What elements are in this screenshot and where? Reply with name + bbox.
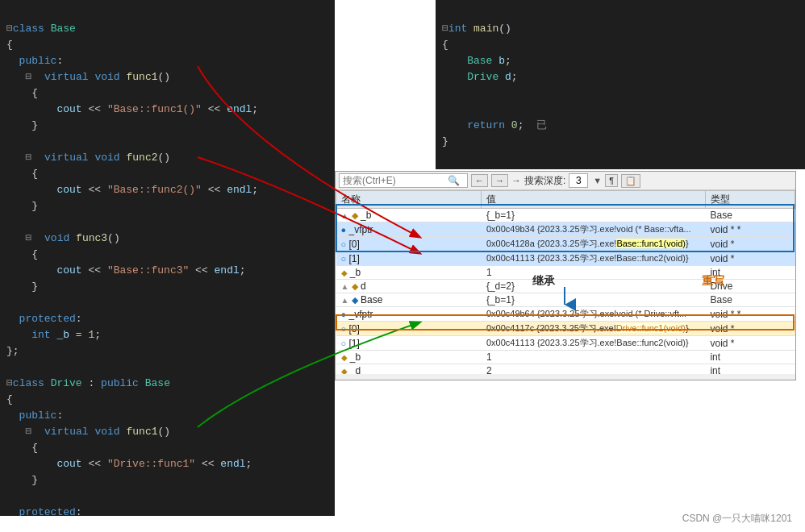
debug-table-container[interactable]: 名称 值 类型 ▲ ◆ _b {_b=1} Base <box>336 190 795 374</box>
table-row[interactable]: ● _vfptr 0x00c49b64 {2023.3.25学习.exe!voi… <box>336 307 795 322</box>
annotation-override: 重写 <box>702 274 724 289</box>
left-code-panel: ⊟class Base { public: ⊟ virtual void fun… <box>0 0 335 516</box>
fold-func3[interactable]: ⊟ <box>26 232 32 244</box>
debug-btn2[interactable]: 📋 <box>621 174 640 188</box>
table-row[interactable]: ○ [1] 0x00c41113 {2023.3.25学习.exe!Base::… <box>336 251 795 266</box>
debug-table: 名称 值 类型 ▲ ◆ _b {_b=1} Base <box>336 190 795 374</box>
debug-toolbar: 🔍 ← → → 搜索深度: ▼ ¶ 📋 <box>336 172 795 190</box>
watermark: CSDN @一只大喵咪1201 <box>682 512 792 526</box>
table-row[interactable]: ● _vfptr 0x00c49b34 {2023.3.25学习.exe!voi… <box>336 222 795 237</box>
table-row[interactable]: ○ [1] 0x00c41113 {2023.3.25学习.exe!Base::… <box>336 336 795 351</box>
table-row[interactable]: ◆ _b 1 int <box>336 351 795 364</box>
fold-class-drive[interactable]: ⊟ <box>6 377 13 389</box>
table-row[interactable]: ◆ _d 2 int <box>336 364 795 375</box>
table-row[interactable]: ◆ _b 1 int <box>336 266 795 280</box>
table-row[interactable]: ○ [0] 0x00c4128a {2023.3.25学习.exe!Base::… <box>336 237 795 251</box>
table-row[interactable]: ▲ ◆ Base {_b=1} Base <box>336 293 795 307</box>
depth-arrow: ▼ <box>593 176 602 185</box>
table-row[interactable]: ▲ ◆ _b {_b=1} Base <box>336 209 795 222</box>
fold-func1[interactable]: ⊟ <box>26 71 32 83</box>
search-icon: 🔍 <box>448 175 460 186</box>
fold-drive-func1[interactable]: ⊟ <box>26 426 32 438</box>
depth-label: 搜索深度: <box>524 174 565 188</box>
table-row[interactable]: ▲ ◆ d {_d=2} Drive <box>336 280 795 293</box>
search-next-btn[interactable]: → <box>491 174 508 187</box>
col-val-header: 值 <box>482 191 706 209</box>
table-row[interactable]: ○ [0] 0x00c4117c {2023.3.25学习.exe!Drive:… <box>336 322 795 336</box>
right-code-panel: ⊟int main() { Base b; Drive d; return 0;… <box>436 0 805 169</box>
col-name-header: 名称 <box>336 191 482 209</box>
fold-main[interactable]: ⊟ <box>442 23 448 35</box>
debug-search-input[interactable] <box>343 175 448 186</box>
col-type-header: 类型 <box>705 191 795 209</box>
search-prev-btn[interactable]: ← <box>471 174 488 187</box>
fold-class-base[interactable]: ⊟ <box>6 23 13 35</box>
annotation-inherit: 继承 <box>532 274 555 289</box>
debug-search-box[interactable]: 🔍 <box>339 173 468 188</box>
depth-input[interactable] <box>569 173 588 188</box>
debug-panel: 🔍 ← → → 搜索深度: ▼ ¶ 📋 名称 值 类型 ▲ <box>335 171 796 380</box>
debug-btn1[interactable]: ¶ <box>605 174 618 187</box>
fold-func2[interactable]: ⊟ <box>26 152 32 164</box>
arrow-icon: → <box>511 175 521 186</box>
